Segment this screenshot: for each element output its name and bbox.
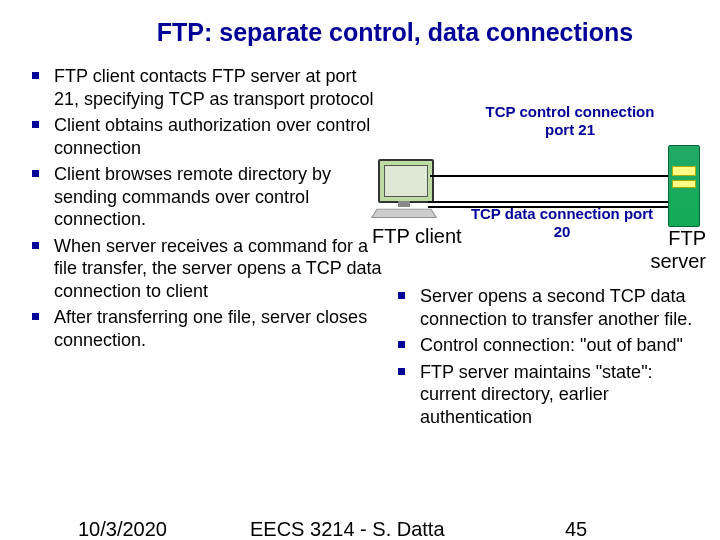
ftp-diagram: TCP control connection port 21 TCP data … (370, 85, 700, 275)
list-item: After transferring one file, server clos… (24, 306, 384, 351)
footer-page-number: 45 (565, 518, 587, 540)
control-connection-label: TCP control connection port 21 (470, 103, 670, 139)
slide-title: FTP: separate control, data connections (94, 18, 696, 47)
control-connection-line (430, 175, 670, 177)
right-bullet-list: Server opens a second TCP data connectio… (390, 285, 705, 428)
list-item: FTP client contacts FTP server at port 2… (24, 65, 384, 110)
server-label: FTP server (636, 227, 706, 273)
left-column: FTP client contacts FTP server at port 2… (24, 65, 384, 355)
footer-course: EECS 3214 - S. Datta (250, 518, 445, 540)
list-item: FTP server maintains "state": current di… (390, 361, 705, 429)
list-item: Client obtains authorization over contro… (24, 114, 384, 159)
monitor-icon (378, 159, 434, 203)
right-column: Server opens a second TCP data connectio… (390, 285, 705, 432)
left-bullet-list: FTP client contacts FTP server at port 2… (24, 65, 384, 351)
data-connection-label: TCP data connection port 20 (462, 205, 662, 241)
list-item: When server receives a command for a fil… (24, 235, 384, 303)
list-item: Client browses remote directory by sendi… (24, 163, 384, 231)
list-item: Control connection: "out of band" (390, 334, 705, 357)
client-computer-icon (370, 157, 440, 219)
footer-date: 10/3/2020 (78, 518, 167, 540)
client-label: FTP client (372, 225, 462, 248)
server-tower-icon (668, 145, 700, 227)
diagram-area: TCP control connection port 21 TCP data … (370, 85, 705, 275)
data-connection-line (428, 201, 670, 203)
slide: FTP: separate control, data connections … (0, 0, 720, 540)
monitor-stand-icon (398, 201, 410, 207)
keyboard-icon (371, 209, 437, 218)
list-item: Server opens a second TCP data connectio… (390, 285, 705, 330)
